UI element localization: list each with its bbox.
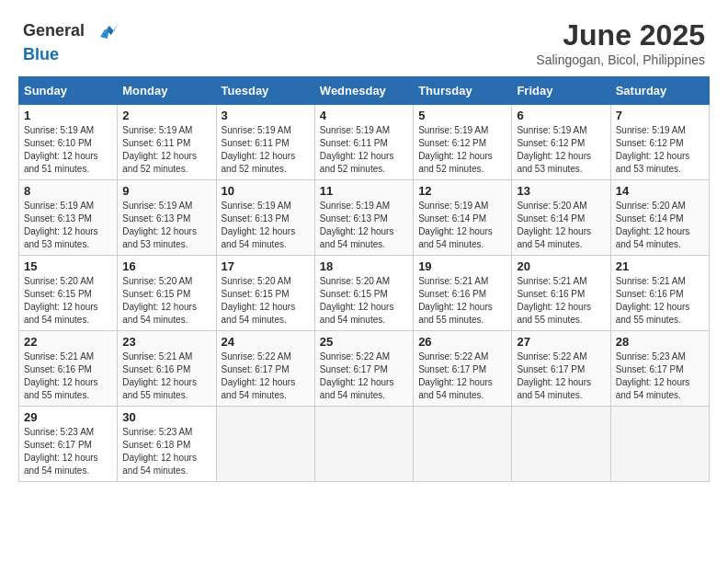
day-info: Sunrise: 5:21 AMSunset: 6:16 PMDaylight:… <box>517 275 605 327</box>
daylight-line: Daylight: 12 hours <box>418 151 493 161</box>
sunset-line: Sunset: 6:16 PM <box>24 364 92 374</box>
daylight-line: Daylight: 12 hours <box>24 377 98 387</box>
day-cell <box>216 407 314 482</box>
day-info: Sunrise: 5:19 AMSunset: 6:11 PMDaylight:… <box>122 124 210 176</box>
week-row-1: 1Sunrise: 5:19 AMSunset: 6:10 PMDaylight… <box>19 105 710 180</box>
day-cell: 19Sunrise: 5:21 AMSunset: 6:16 PMDayligh… <box>414 256 512 331</box>
header-tuesday: Tuesday <box>216 77 314 105</box>
day-cell: 20Sunrise: 5:21 AMSunset: 6:16 PMDayligh… <box>512 256 610 331</box>
daylight-line: Daylight: 12 hours <box>24 151 98 161</box>
sunset-line: Sunset: 6:12 PM <box>616 138 684 148</box>
logo-blue: Blue <box>23 45 59 63</box>
daylight-line: Daylight: 12 hours <box>418 377 493 387</box>
sunrise-line: Sunrise: 5:19 AM <box>616 125 686 135</box>
day-number: 13 <box>517 184 605 198</box>
daylight-line: Daylight: 12 hours <box>222 151 296 161</box>
sunset-line: Sunset: 6:11 PM <box>222 138 290 148</box>
day-number: 21 <box>616 259 704 273</box>
sunrise-line: Sunrise: 5:20 AM <box>122 276 192 286</box>
daylight-minutes: and 54 minutes. <box>320 239 385 249</box>
sunrise-line: Sunrise: 5:22 AM <box>418 351 488 362</box>
day-info: Sunrise: 5:19 AMSunset: 6:13 PMDaylight:… <box>122 200 210 251</box>
daylight-line: Daylight: 12 hours <box>24 302 98 312</box>
day-number: 24 <box>222 335 310 349</box>
sunrise-line: Sunrise: 5:19 AM <box>320 125 390 135</box>
sunrise-line: Sunrise: 5:20 AM <box>24 276 94 286</box>
day-info: Sunrise: 5:19 AMSunset: 6:13 PMDaylight:… <box>24 200 112 251</box>
daylight-line: Daylight: 12 hours <box>616 226 690 236</box>
day-number: 25 <box>320 335 408 349</box>
daylight-line: Daylight: 12 hours <box>418 226 493 236</box>
day-cell: 5Sunrise: 5:19 AMSunset: 6:12 PMDaylight… <box>414 105 512 180</box>
sunset-line: Sunset: 6:14 PM <box>517 213 585 224</box>
day-info: Sunrise: 5:23 AMSunset: 6:18 PMDaylight:… <box>122 426 210 477</box>
daylight-minutes: and 54 minutes. <box>320 315 385 325</box>
day-info: Sunrise: 5:19 AMSunset: 6:11 PMDaylight:… <box>320 124 408 176</box>
header: General Blue June 2025 Salingogan, Bicol… <box>9 9 719 72</box>
week-row-2: 8Sunrise: 5:19 AMSunset: 6:13 PMDaylight… <box>19 180 710 256</box>
day-cell: 26Sunrise: 5:22 AMSunset: 6:17 PMDayligh… <box>414 331 512 407</box>
day-cell: 27Sunrise: 5:22 AMSunset: 6:17 PMDayligh… <box>512 331 610 407</box>
day-number: 5 <box>418 109 506 122</box>
sunset-line: Sunset: 6:18 PM <box>122 440 190 450</box>
header-thursday: Thursday <box>414 77 512 105</box>
daylight-minutes: and 52 minutes. <box>418 164 483 174</box>
daylight-minutes: and 55 minutes. <box>418 315 483 325</box>
sunset-line: Sunset: 6:17 PM <box>616 364 684 374</box>
daylight-line: Daylight: 12 hours <box>517 377 591 387</box>
day-number: 22 <box>24 335 112 349</box>
logo-line1: General <box>23 18 119 46</box>
day-cell: 8Sunrise: 5:19 AMSunset: 6:13 PMDaylight… <box>19 180 118 256</box>
day-number: 11 <box>320 184 408 198</box>
day-info: Sunrise: 5:20 AMSunset: 6:14 PMDaylight:… <box>616 200 704 251</box>
day-number: 29 <box>24 410 112 424</box>
day-number: 4 <box>320 109 408 122</box>
daylight-line: Daylight: 12 hours <box>616 377 690 387</box>
day-info: Sunrise: 5:22 AMSunset: 6:17 PMDaylight:… <box>418 350 506 402</box>
sunset-line: Sunset: 6:10 PM <box>24 138 92 148</box>
daylight-line: Daylight: 12 hours <box>24 226 98 236</box>
logo-general: General <box>23 21 85 40</box>
sunrise-line: Sunrise: 5:19 AM <box>222 201 291 211</box>
day-cell <box>610 407 709 482</box>
sunrise-line: Sunrise: 5:19 AM <box>122 201 192 211</box>
sunset-line: Sunset: 6:16 PM <box>616 289 684 299</box>
sunset-line: Sunset: 6:12 PM <box>418 138 486 148</box>
daylight-line: Daylight: 12 hours <box>517 151 591 161</box>
logo-bird-icon <box>91 18 119 46</box>
day-info: Sunrise: 5:20 AMSunset: 6:15 PMDaylight:… <box>320 275 408 327</box>
sunrise-line: Sunrise: 5:19 AM <box>122 125 192 135</box>
sunset-line: Sunset: 6:15 PM <box>24 289 92 299</box>
day-info: Sunrise: 5:23 AMSunset: 6:17 PMDaylight:… <box>616 350 704 402</box>
day-cell: 12Sunrise: 5:19 AMSunset: 6:14 PMDayligh… <box>414 180 512 256</box>
daylight-minutes: and 53 minutes. <box>24 239 89 249</box>
sunset-line: Sunset: 6:15 PM <box>122 289 190 299</box>
sunrise-line: Sunrise: 5:21 AM <box>517 276 586 286</box>
sunset-line: Sunset: 6:13 PM <box>122 213 190 224</box>
title-area: June 2025 Salingogan, Bicol, Philippines <box>536 18 705 67</box>
day-number: 27 <box>517 335 605 349</box>
daylight-line: Daylight: 12 hours <box>222 302 296 312</box>
day-number: 26 <box>418 335 506 349</box>
sunrise-line: Sunrise: 5:19 AM <box>517 125 586 135</box>
day-cell: 4Sunrise: 5:19 AMSunset: 6:11 PMDaylight… <box>314 105 413 180</box>
day-cell <box>314 407 413 482</box>
daylight-minutes: and 54 minutes. <box>418 390 483 400</box>
header-saturday: Saturday <box>610 77 709 105</box>
logo: General Blue <box>23 18 119 64</box>
sunset-line: Sunset: 6:17 PM <box>320 364 388 374</box>
day-cell: 28Sunrise: 5:23 AMSunset: 6:17 PMDayligh… <box>610 331 709 407</box>
main-title: June 2025 <box>536 18 705 52</box>
daylight-line: Daylight: 12 hours <box>517 302 591 312</box>
day-info: Sunrise: 5:19 AMSunset: 6:13 PMDaylight:… <box>320 200 408 251</box>
daylight-minutes: and 53 minutes. <box>616 164 681 174</box>
daylight-minutes: and 54 minutes. <box>222 239 287 249</box>
sunrise-line: Sunrise: 5:23 AM <box>616 351 686 362</box>
day-cell: 17Sunrise: 5:20 AMSunset: 6:15 PMDayligh… <box>216 256 314 331</box>
daylight-minutes: and 52 minutes. <box>320 164 385 174</box>
sunrise-line: Sunrise: 5:21 AM <box>122 351 192 362</box>
day-info: Sunrise: 5:19 AMSunset: 6:12 PMDaylight:… <box>616 124 704 176</box>
header-monday: Monday <box>118 77 216 105</box>
sunset-line: Sunset: 6:17 PM <box>24 440 92 450</box>
daylight-minutes: and 55 minutes. <box>122 390 188 400</box>
